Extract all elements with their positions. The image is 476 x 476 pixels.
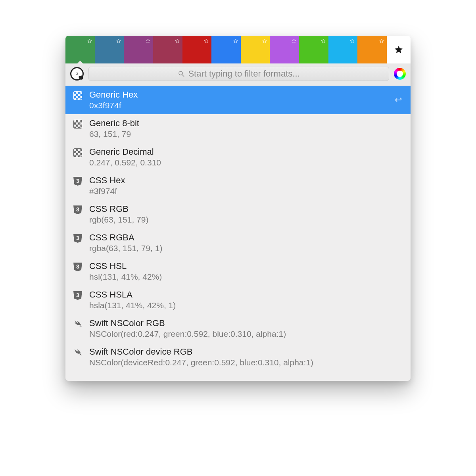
favorites-tab[interactable] [387, 36, 411, 63]
format-title: CSS HSL [89, 261, 162, 271]
color-tab[interactable] [153, 36, 182, 63]
swift-icon [73, 347, 83, 358]
star-outline-icon [291, 38, 297, 44]
checker-icon [73, 148, 83, 158]
format-item[interactable]: CSS RGBArgba(63, 151, 79, 1)↩ [65, 228, 411, 257]
format-item[interactable]: Generic Hex0x3f974f↩ [65, 86, 411, 114]
format-title: CSS RGBA [89, 232, 162, 243]
format-value: hsl(131, 41%, 42%) [89, 272, 162, 282]
search-icon [178, 70, 185, 77]
color-tab[interactable] [270, 36, 299, 63]
css-icon [73, 262, 83, 272]
format-value: hsla(131, 41%, 42%, 1) [89, 301, 176, 310]
css-icon [73, 290, 83, 301]
format-value: NSColor(deviceRed:0.247, green:0.592, bl… [89, 358, 313, 367]
format-item[interactable]: CSS RGBrgb(63, 151, 79)↩ [65, 200, 411, 228]
color-tab[interactable] [328, 36, 358, 63]
color-wheel-button[interactable] [394, 68, 406, 80]
star-outline-icon [116, 38, 121, 44]
format-value: NSColor(red:0.247, green:0.592, blue:0.3… [89, 329, 286, 339]
star-outline-icon [233, 38, 238, 44]
loupe-dot-icon [76, 73, 78, 75]
checker-icon [73, 119, 83, 129]
format-value: 0x3f974f [89, 101, 138, 110]
search-input[interactable]: Start typing to filter formats... [88, 67, 389, 81]
color-tab[interactable] [357, 36, 387, 63]
star-outline-icon [349, 38, 355, 44]
color-tab[interactable] [65, 36, 95, 63]
format-title: Swift NSColor RGB [89, 318, 286, 328]
color-tab[interactable] [95, 36, 124, 63]
format-item[interactable]: Generic Decimal0.247, 0.592, 0.310↩ [65, 143, 411, 171]
format-title: Swift NSColor device RGB [89, 347, 313, 357]
checker-icon [73, 90, 83, 101]
search-placeholder: Start typing to filter formats... [188, 69, 299, 79]
toolbar-row: Start typing to filter formats... [65, 63, 411, 86]
swift-icon [73, 319, 83, 329]
format-title: Generic 8-bit [89, 118, 139, 129]
star-outline-icon [175, 38, 180, 44]
format-title: CSS Hex [89, 175, 125, 186]
star-outline-icon [145, 38, 151, 44]
star-solid-icon [394, 45, 403, 54]
format-item[interactable]: CSS Hex#3f974f↩ [65, 171, 411, 200]
star-outline-icon [262, 38, 267, 44]
format-item[interactable]: Swift NSColor RGBNSColor(red:0.247, gree… [65, 314, 411, 343]
color-format-window: Start typing to filter formats... Generi… [65, 36, 411, 381]
star-outline-icon [203, 38, 209, 44]
color-tab[interactable] [299, 36, 328, 63]
format-value: 63, 151, 79 [89, 129, 139, 139]
format-title: CSS RGB [89, 204, 148, 214]
star-outline-icon [321, 38, 326, 44]
format-item[interactable]: Generic 8-bit63, 151, 79↩ [65, 114, 411, 143]
format-list: Generic Hex0x3f974f↩Generic 8-bit63, 151… [65, 86, 411, 381]
enter-hint-icon: ↩ [395, 95, 402, 105]
format-item[interactable]: CSS HSLAhsla(131, 41%, 42%, 1)↩ [65, 286, 411, 314]
format-item[interactable]: Swift NSColor device RGBNSColor(deviceRe… [65, 343, 411, 371]
color-tab[interactable] [182, 36, 212, 63]
color-tab[interactable] [241, 36, 270, 63]
css-icon [73, 176, 83, 186]
svg-point-0 [179, 71, 182, 75]
format-value: rgba(63, 151, 79, 1) [89, 244, 162, 253]
format-title: Generic Decimal [89, 147, 161, 157]
color-tabs-bar [65, 36, 411, 63]
star-outline-icon [379, 38, 384, 44]
svg-line-1 [182, 75, 184, 77]
css-icon [73, 233, 83, 244]
format-title: Generic Hex [89, 90, 138, 100]
format-value: 0.247, 0.592, 0.310 [89, 158, 161, 167]
css-icon [73, 205, 83, 215]
swift-icon [73, 348, 83, 357]
color-tab[interactable] [124, 36, 153, 63]
format-title: CSS HSLA [89, 290, 176, 300]
swift-icon [73, 319, 83, 329]
format-value: rgb(63, 151, 79) [89, 215, 148, 225]
color-tab[interactable] [211, 36, 241, 63]
star-outline-icon [87, 38, 92, 44]
format-value: #3f974f [89, 186, 125, 196]
format-item[interactable]: CSS HSLhsl(131, 41%, 42%)↩ [65, 257, 411, 286]
loupe-button[interactable] [70, 67, 84, 81]
